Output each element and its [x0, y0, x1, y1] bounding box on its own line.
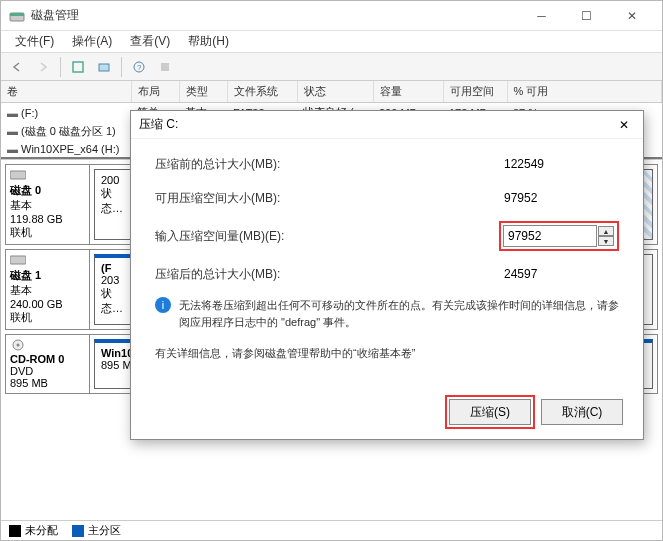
col-volume[interactable]: 卷 — [1, 81, 131, 103]
svg-rect-3 — [99, 64, 109, 71]
menu-help[interactable]: 帮助(H) — [180, 31, 237, 52]
shrink-amount-input[interactable] — [503, 225, 597, 247]
cancel-button[interactable]: 取消(C) — [541, 399, 623, 425]
menu-action[interactable]: 操作(A) — [64, 31, 120, 52]
svg-rect-1 — [10, 13, 24, 16]
legend-swatch-primary — [72, 525, 84, 537]
dialog-close-button[interactable]: ✕ — [613, 118, 635, 132]
spin-down-button[interactable]: ▼ — [598, 236, 614, 246]
legend: 未分配 主分区 — [1, 520, 662, 540]
svg-rect-7 — [10, 171, 26, 179]
col-pct[interactable]: % 可用 — [507, 81, 662, 103]
legend-swatch-unallocated — [9, 525, 21, 537]
toolbar-button[interactable] — [153, 56, 177, 78]
menu-file[interactable]: 文件(F) — [7, 31, 62, 52]
disk-header: 磁盘 0 基本 119.88 GB 联机 — [6, 165, 90, 244]
info-icon: i — [155, 297, 171, 313]
value-total-before — [499, 153, 607, 175]
refresh-button[interactable] — [66, 56, 90, 78]
spin-up-button[interactable]: ▲ — [598, 226, 614, 236]
col-status[interactable]: 状态 — [297, 81, 373, 103]
window-title: 磁盘管理 — [31, 7, 519, 24]
value-avail — [499, 187, 607, 209]
label-input: 输入压缩空间量(MB)(E): — [155, 228, 499, 245]
disk-header: 磁盘 1 基本 240.00 GB 联机 — [6, 250, 90, 329]
shrink-dialog: 压缩 C: ✕ 压缩前的总计大小(MB): 可用压缩空间大小(MB): 输入压缩… — [130, 110, 644, 440]
svg-rect-8 — [10, 256, 26, 264]
svg-rect-6 — [161, 63, 169, 71]
help-button[interactable]: ? — [127, 56, 151, 78]
label-total-after: 压缩后的总计大小(MB): — [155, 266, 499, 283]
close-button[interactable]: ✕ — [609, 2, 654, 30]
shrink-button[interactable]: 压缩(S) — [449, 399, 531, 425]
app-icon — [9, 8, 25, 24]
partition[interactable]: 200 状态… — [94, 169, 134, 240]
col-layout[interactable]: 布局 — [131, 81, 179, 103]
col-type[interactable]: 类型 — [179, 81, 227, 103]
menu-view[interactable]: 查看(V) — [122, 31, 178, 52]
svg-text:?: ? — [137, 63, 142, 72]
label-total-before: 压缩前的总计大小(MB): — [155, 156, 499, 173]
toolbar: ? — [1, 53, 662, 81]
maximize-button[interactable]: ☐ — [564, 2, 609, 30]
toolbar-separator — [60, 57, 61, 77]
dialog-titlebar: 压缩 C: ✕ — [131, 111, 643, 139]
cd-icon — [10, 339, 26, 351]
col-fs[interactable]: 文件系统 — [227, 81, 297, 103]
toolbar-separator — [121, 57, 122, 77]
help-link-text: 有关详细信息，请参阅磁盘管理帮助中的“收缩基本卷” — [155, 346, 619, 361]
disk-icon — [10, 254, 26, 266]
svg-rect-2 — [73, 62, 83, 72]
col-capacity[interactable]: 容量 — [373, 81, 443, 103]
value-total-after — [499, 263, 607, 285]
menubar: 文件(F) 操作(A) 查看(V) 帮助(H) — [1, 31, 662, 53]
disk-icon — [10, 169, 26, 181]
col-free[interactable]: 可用空间 — [443, 81, 507, 103]
properties-button[interactable] — [92, 56, 116, 78]
label-avail: 可用压缩空间大小(MB): — [155, 190, 499, 207]
titlebar: 磁盘管理 ─ ☐ ✕ — [1, 1, 662, 31]
back-button[interactable] — [5, 56, 29, 78]
info-text: 无法将卷压缩到超出任何不可移动的文件所在的点。有关完成该操作时间的详细信息，请参… — [179, 297, 619, 330]
disk-header: CD-ROM 0 DVD 895 MB — [6, 335, 90, 393]
minimize-button[interactable]: ─ — [519, 2, 564, 30]
shrink-amount-highlight: ▲ ▼ — [499, 221, 619, 251]
forward-button[interactable] — [31, 56, 55, 78]
dialog-title: 压缩 C: — [139, 116, 613, 133]
svg-point-10 — [17, 344, 20, 347]
